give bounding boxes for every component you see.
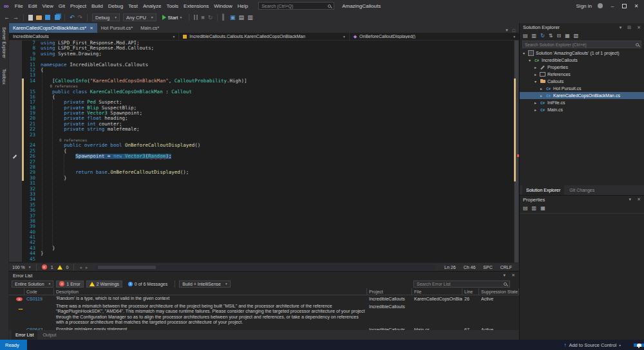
- document-tab[interactable]: KarenCalledCopsOnBlackMan.cs*✕: [9, 23, 97, 33]
- code-line[interactable]: 21 private int counter;: [9, 122, 519, 127]
- code-line[interactable]: 17 private Ped Suspect;: [9, 100, 519, 105]
- notifications-chunk[interactable]: [634, 344, 644, 347]
- error-code-link[interactable]: CS0119: [24, 296, 54, 302]
- code-line[interactable]: 19 private Vector3 Spawnpoint;: [9, 111, 519, 116]
- code-line[interactable]: 30 }: [9, 176, 519, 181]
- menu-edit[interactable]: Edit: [26, 3, 40, 10]
- tree-item[interactable]: ▸References: [520, 71, 644, 78]
- close-icon[interactable]: ✕: [637, 197, 641, 202]
- code-line[interactable]: 29 return base.OnBeforeCalloutDisplayed(…: [9, 170, 519, 175]
- collapse-all-icon[interactable]: ⊟: [557, 33, 562, 39]
- show-all-files-icon[interactable]: ▦: [565, 33, 570, 39]
- tree-item[interactable]: ▸C#Hot Pursuit.cs: [520, 85, 644, 92]
- scope-filter-dropdown[interactable]: Entire Solution ▾: [12, 281, 53, 288]
- code-line[interactable]: 35: [9, 203, 519, 208]
- solution-explorer-search-box[interactable]: Search Solution Explorer (Ctrl+é): [522, 41, 641, 48]
- code-line[interactable]: 24 public override bool OnBeforeCalloutD…: [9, 143, 519, 148]
- chevron-right-icon[interactable]: ▸: [533, 72, 538, 77]
- code-line[interactable]: 26 Spawnpoint = new Vector3(Random);: [9, 154, 519, 159]
- navigate-forward-icon[interactable]: →: [13, 15, 19, 21]
- error-list-search-box[interactable]: Search Error List: [413, 281, 510, 288]
- code-line[interactable]: 38: [9, 219, 519, 224]
- type-dropdown[interactable]: IncredibleCallouts.Callouts.KarenCalledC…: [179, 33, 349, 40]
- menu-help[interactable]: Help: [235, 3, 251, 10]
- menu-test[interactable]: Test: [126, 3, 140, 10]
- panel-tab-solution-explorer[interactable]: Solution Explorer: [522, 185, 564, 195]
- col-project[interactable]: Project: [367, 288, 412, 295]
- menu-analyze[interactable]: Analyze: [140, 3, 164, 10]
- menu-git[interactable]: Git: [56, 3, 68, 10]
- categorized-icon[interactable]: ▤: [523, 205, 528, 211]
- code-line[interactable]: 31: [9, 181, 519, 186]
- configuration-dropdown[interactable]: Debug ▾: [92, 14, 120, 21]
- document-tab[interactable]: Main.cs*: [137, 23, 163, 33]
- tree-item[interactable]: ▾Callouts: [520, 78, 644, 85]
- panel-tab-git-changes[interactable]: Git Changes: [565, 185, 598, 195]
- undo-icon[interactable]: ↶: [70, 15, 75, 21]
- alphabetical-icon[interactable]: ▥: [532, 205, 537, 211]
- minimize-button[interactable]: –: [609, 3, 616, 9]
- quick-actions-icon[interactable]: [13, 155, 17, 159]
- menu-window[interactable]: Window: [211, 3, 234, 10]
- tree-item[interactable]: ▾C#IncredibleCallouts: [520, 57, 644, 64]
- properties-icon[interactable]: ▧: [574, 33, 579, 39]
- refresh-icon[interactable]: ⇅: [549, 33, 553, 39]
- member-dropdown[interactable]: ◆ OnBeforeCalloutDisplayed() ▾: [350, 33, 519, 40]
- menu-file[interactable]: File: [12, 3, 26, 10]
- close-icon[interactable]: ✕: [637, 25, 641, 30]
- close-icon[interactable]: ✕: [511, 273, 515, 278]
- pin-icon[interactable]: ⊟: [627, 25, 631, 30]
- prev-change-icon[interactable]: ◂: [79, 265, 82, 270]
- find-in-files-icon[interactable]: ▣: [230, 15, 236, 21]
- code-line[interactable]: 16 {: [9, 95, 519, 100]
- redo-icon[interactable]: ↷: [78, 15, 83, 21]
- chevron-down-icon[interactable]: ▾: [29, 265, 31, 269]
- code-line[interactable]: 33: [9, 192, 519, 197]
- tree-item[interactable]: ▸C#IniFile.cs: [520, 99, 644, 106]
- code-line[interactable]: 45: [9, 257, 519, 262]
- save-icon[interactable]: [45, 15, 50, 20]
- avatar[interactable]: [598, 3, 603, 8]
- code-line[interactable]: 37: [9, 214, 519, 219]
- sidebar-tab-server-explorer[interactable]: Server Explorer: [2, 27, 6, 59]
- code-line[interactable]: 40: [9, 230, 519, 235]
- tab-close-icon[interactable]: ✕: [90, 26, 93, 31]
- code-line[interactable]: 36: [9, 208, 519, 213]
- start-debugging-button[interactable]: Start ▾: [160, 15, 185, 21]
- chevron-right-icon[interactable]: ▸: [533, 65, 538, 69]
- code-line[interactable]: 34: [9, 197, 519, 202]
- property-pages-icon[interactable]: ▦: [540, 205, 545, 211]
- menu-view[interactable]: View: [40, 3, 56, 10]
- add-to-source-control-button[interactable]: Add to Source Control: [569, 342, 616, 348]
- quick-search-box[interactable]: Search (Ctrl+Q): [258, 2, 334, 10]
- project-dropdown[interactable]: IncredibleCallouts ▾: [9, 33, 179, 40]
- messages-toggle-button[interactable]: i 0 of 6 Messages: [125, 281, 171, 288]
- chevron-down-icon[interactable]: ▾: [504, 273, 506, 278]
- line-ending[interactable]: CRLF: [500, 265, 512, 270]
- menu-project[interactable]: Project: [68, 3, 89, 10]
- code-line[interactable]: 39: [9, 224, 519, 229]
- sign-in-button[interactable]: Sign in: [576, 3, 592, 9]
- code-editor[interactable]: 7using LSPD_First_Response.Mod.API;8usin…: [9, 41, 519, 262]
- chevron-down-icon[interactable]: ▾: [506, 28, 508, 33]
- switch-views-icon[interactable]: ▤: [523, 33, 528, 39]
- chevron-right-icon[interactable]: ▸: [539, 93, 544, 98]
- code-line[interactable]: 28: [9, 165, 519, 170]
- col-code[interactable]: Code: [24, 288, 54, 295]
- panel-tab-output[interactable]: Output: [39, 330, 60, 340]
- code-line[interactable]: 41: [9, 235, 519, 240]
- open-file-icon[interactable]: [36, 15, 42, 20]
- extensions-icon[interactable]: ▥: [247, 15, 253, 21]
- chevron-down-icon[interactable]: ▾: [527, 58, 532, 62]
- menu-tools[interactable]: Tools: [164, 3, 181, 10]
- save-all-icon[interactable]: [55, 15, 60, 20]
- errors-toggle-button[interactable]: ✕ 1 Error: [56, 281, 83, 288]
- chevron-down-icon[interactable]: ▾: [533, 79, 538, 84]
- codelens-row[interactable]: 0 references: [9, 138, 519, 143]
- toolwindow-menu-icon[interactable]: ▾: [620, 25, 622, 30]
- chevron-right-icon[interactable]: ▸: [533, 107, 538, 112]
- sync-with-active-document-icon[interactable]: ↻: [540, 33, 545, 39]
- new-file-icon[interactable]: [28, 15, 33, 21]
- code-line[interactable]: 10: [9, 57, 519, 62]
- code-line[interactable]: 32: [9, 187, 519, 192]
